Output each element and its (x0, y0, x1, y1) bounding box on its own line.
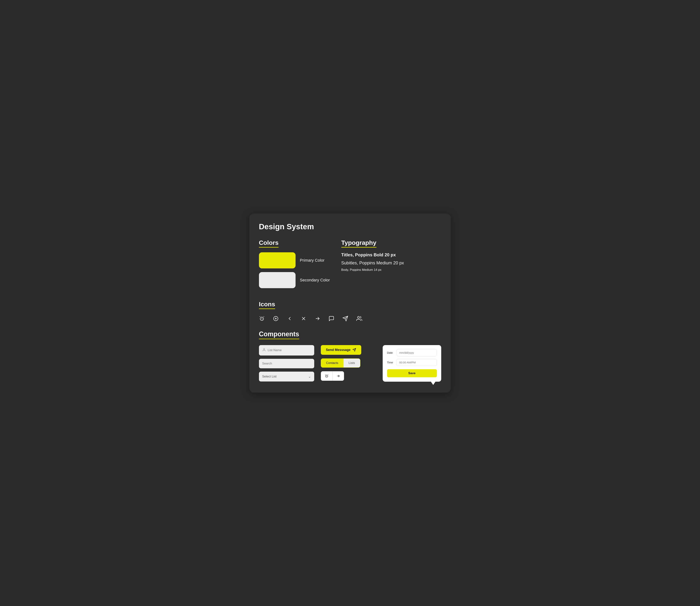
secondary-color-row: Secondary Color (259, 272, 330, 288)
colors-heading: Colors (259, 239, 279, 248)
primary-color-row: Primary Color (259, 252, 330, 269)
send-message-label: Send Messsage (326, 348, 351, 352)
time-row: Time (387, 359, 437, 366)
button-components-column: Send Messsage Contacts Lists (321, 345, 376, 381)
date-label: Date (387, 351, 394, 354)
datetime-card-column: Date Time Save (383, 345, 441, 382)
users-icon (356, 316, 362, 322)
primary-color-swatch (259, 252, 296, 269)
components-grid: Select List ⌄ Send Messsage Contacts Lis… (259, 345, 441, 382)
list-name-field[interactable] (259, 345, 314, 355)
icon-button-group (321, 371, 344, 381)
arrow-right-icon (314, 316, 321, 322)
primary-color-label: Primary Color (300, 258, 325, 263)
date-time-card: Date Time Save (383, 345, 441, 382)
search-field[interactable] (259, 359, 314, 368)
alarm-icon-button[interactable] (321, 371, 332, 380)
typography-heading: Typography (341, 239, 376, 248)
list-name-input[interactable] (268, 348, 311, 352)
contacts-lists-tabs: Contacts Lists (321, 358, 360, 368)
search-input[interactable] (262, 362, 311, 366)
typography-section: Typography Titles, Poppins Bold 20 px Su… (341, 239, 441, 272)
tab-contacts[interactable]: Contacts (321, 358, 344, 367)
svg-point-3 (263, 348, 265, 350)
chevron-left-icon (287, 316, 293, 322)
time-label: Time (387, 361, 394, 364)
svg-point-2 (357, 316, 359, 318)
send-message-button[interactable]: Send Messsage (321, 345, 361, 355)
select-list-dropdown[interactable]: Select List ⌄ (259, 372, 314, 381)
components-heading: Components (259, 330, 299, 339)
colors-typography-row: Colors Primary Color Secondary Color Typ… (259, 239, 441, 292)
typography-body-sample: Body, Poppins Medium 14 px (341, 268, 441, 272)
alarm-icon (259, 316, 265, 322)
select-list-label: Select List (262, 375, 277, 378)
page-container: Design System Colors Primary Color Secon… (250, 213, 451, 393)
close-icon (301, 316, 306, 322)
secondary-color-swatch (259, 272, 296, 288)
icons-row (259, 316, 441, 322)
chat-icon (328, 316, 334, 322)
date-input[interactable] (397, 349, 437, 356)
person-icon (262, 348, 266, 353)
icons-heading: Icons (259, 301, 275, 309)
time-input[interactable] (397, 359, 437, 366)
chevron-down-icon: ⌄ (308, 375, 311, 378)
colors-section: Colors Primary Color Secondary Color (259, 239, 330, 292)
arrow-right-icon-button[interactable] (332, 371, 344, 380)
page-title: Design System (259, 222, 441, 231)
tab-lists[interactable]: Lists (344, 358, 360, 367)
date-row: Date (387, 349, 437, 356)
typography-subtitle-sample: Subitles, Poppins Medium 20 px (341, 260, 441, 265)
secondary-color-label: Secondary Color (300, 278, 330, 282)
add-icon (273, 316, 279, 322)
input-components-column: Select List ⌄ (259, 345, 314, 381)
icons-section: Icons (259, 301, 441, 322)
components-section: Components (259, 330, 441, 382)
send-icon (343, 316, 348, 322)
save-button[interactable]: Save (387, 369, 437, 377)
typography-title-sample: Titles, Poppins Bold 20 px (341, 252, 441, 257)
